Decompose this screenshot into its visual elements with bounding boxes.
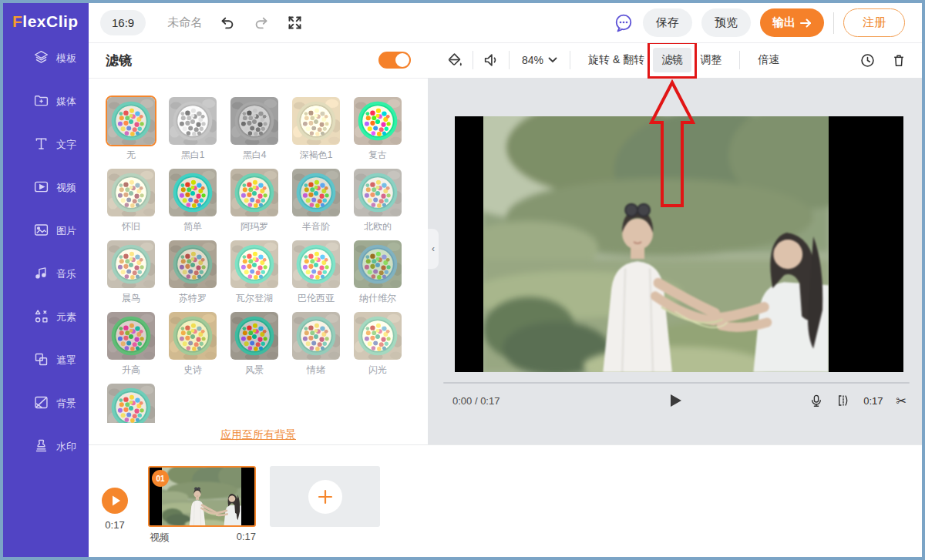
aspect-ratio-button[interactable]: 16:9 bbox=[100, 10, 146, 35]
canvas-area: 84% 旋转 & 翻转 滤镜 调整 倍速 ‹ bbox=[428, 42, 922, 444]
filter-option[interactable]: 黑白1 bbox=[167, 96, 218, 159]
filter-thumbnail bbox=[352, 96, 403, 146]
preview-button[interactable]: 预览 bbox=[701, 8, 751, 37]
filter-option[interactable]: 情绪 bbox=[291, 310, 341, 374]
filter-option[interactable]: 阿玛罗 bbox=[229, 167, 280, 231]
filter-label: 升高 bbox=[106, 364, 156, 374]
filter-option[interactable]: 巴伦西亚 bbox=[291, 239, 341, 303]
clip-index-badge: 01 bbox=[152, 470, 169, 487]
panel-collapse-handle[interactable]: ‹ bbox=[428, 229, 439, 269]
filter-label: 无 bbox=[106, 149, 156, 159]
volume-icon[interactable] bbox=[483, 52, 500, 69]
sidebar-item-text[interactable]: 文字 bbox=[3, 123, 89, 166]
filter-option[interactable]: 纳什维尔 bbox=[352, 239, 403, 303]
filter-option[interactable]: 升高 bbox=[106, 310, 156, 374]
fullscreen-icon[interactable] bbox=[287, 15, 303, 31]
signup-button[interactable]: 注册 bbox=[843, 8, 905, 37]
video-preview-image bbox=[483, 116, 829, 372]
sidebar-item-image[interactable]: 图片 bbox=[3, 210, 89, 253]
sidebar-item-template[interactable]: 模板 bbox=[3, 37, 89, 80]
sidebar-item-label: 文字 bbox=[56, 138, 76, 152]
timeline-clip[interactable]: 01 bbox=[148, 466, 256, 527]
sidebar-item-watermark[interactable]: 水印 bbox=[3, 425, 89, 468]
rotate-flip-button[interactable]: 旋转 & 翻转 bbox=[580, 48, 653, 72]
folder-plus-icon bbox=[33, 92, 49, 111]
filter-option[interactable]: 闪光 bbox=[352, 310, 403, 374]
trim-scissors-icon[interactable]: ✂ bbox=[896, 394, 906, 408]
filter-option[interactable]: 北欧的 bbox=[352, 167, 403, 231]
video-preview-frame[interactable] bbox=[455, 116, 903, 372]
sidebar-item-mask[interactable]: 遮罩 bbox=[3, 339, 89, 382]
timeline-play-button[interactable] bbox=[102, 488, 128, 514]
fill-color-icon[interactable] bbox=[446, 52, 463, 69]
redo-icon[interactable] bbox=[253, 15, 270, 32]
filter-label: 苏特罗 bbox=[167, 292, 218, 303]
filter-label: 史诗 bbox=[167, 364, 218, 374]
filter-option[interactable]: 半音阶 bbox=[291, 167, 341, 231]
duration-clock-icon[interactable] bbox=[859, 52, 876, 69]
sidebar: FlexClip 模板 媒体 文字 视频 图片 音乐 元素 遮罩 背景 水印 bbox=[3, 3, 89, 557]
filter-label: 闪光 bbox=[352, 364, 403, 374]
filter-button[interactable]: 滤镜 bbox=[653, 48, 691, 72]
mask-icon bbox=[33, 351, 49, 370]
filter-list[interactable]: 无 黑 bbox=[89, 79, 428, 423]
seek-bar[interactable] bbox=[443, 382, 910, 384]
sidebar-item-music[interactable]: 音乐 bbox=[3, 253, 89, 296]
filter-thumbnail bbox=[229, 239, 280, 290]
add-clip-button[interactable] bbox=[270, 466, 380, 527]
elements-icon bbox=[33, 308, 49, 327]
save-button[interactable]: 保存 bbox=[643, 8, 692, 37]
filter-option[interactable]: 怀旧 bbox=[106, 167, 156, 231]
filter-option[interactable]: 复古 bbox=[352, 96, 403, 159]
sidebar-item-video[interactable]: 视频 bbox=[3, 166, 89, 210]
split-clip-icon[interactable] bbox=[836, 394, 850, 407]
export-button[interactable]: 输出 bbox=[760, 8, 824, 37]
sidebar-item-background[interactable]: 背景 bbox=[3, 382, 89, 425]
speed-button[interactable]: 倍速 bbox=[749, 48, 788, 72]
filter-option[interactable]: 晨鸟 bbox=[106, 239, 156, 303]
filter-thumbnail bbox=[291, 96, 341, 146]
delete-trash-icon[interactable] bbox=[891, 52, 906, 69]
arrow-right-icon bbox=[800, 18, 812, 28]
feedback-chat-icon[interactable] bbox=[614, 13, 634, 33]
sidebar-item-elements[interactable]: 元素 bbox=[3, 296, 89, 339]
filter-option[interactable]: 苏特罗 bbox=[167, 239, 218, 303]
clip-thumbnail bbox=[162, 468, 241, 525]
filter-label: 怀旧 bbox=[106, 220, 156, 231]
filter-thumbnail bbox=[352, 167, 403, 218]
sidebar-item-label: 音乐 bbox=[56, 267, 76, 281]
sidebar-item-label: 模板 bbox=[56, 52, 76, 65]
filter-option[interactable] bbox=[106, 382, 156, 423]
sidebar-item-media[interactable]: 媒体 bbox=[3, 80, 89, 123]
filter-thumbnail bbox=[167, 96, 218, 146]
filter-option[interactable]: 无 bbox=[106, 96, 156, 159]
play-button[interactable] bbox=[668, 392, 683, 409]
background-icon bbox=[33, 394, 49, 413]
video-icon bbox=[33, 179, 49, 197]
filter-label: 瓦尔登湖 bbox=[229, 292, 280, 303]
filter-option[interactable]: 简单 bbox=[167, 167, 218, 231]
filter-option[interactable]: 黑白4 bbox=[229, 96, 280, 159]
filter-option[interactable]: 史诗 bbox=[167, 310, 218, 374]
zoom-level-dropdown[interactable]: 84% bbox=[519, 54, 560, 66]
filter-option[interactable]: 风景 bbox=[229, 310, 280, 374]
filter-option[interactable]: 瓦尔登湖 bbox=[229, 239, 280, 303]
microphone-icon[interactable] bbox=[809, 393, 823, 409]
filter-thumbnail bbox=[106, 167, 156, 218]
adjust-button[interactable]: 调整 bbox=[691, 48, 730, 72]
filter-thumbnail bbox=[106, 239, 156, 290]
apply-to-all-backgrounds-link[interactable]: 应用至所有背景 bbox=[220, 428, 296, 441]
project-name[interactable]: 未命名 bbox=[167, 15, 202, 30]
filter-thumbnail bbox=[106, 310, 156, 361]
filter-option[interactable]: 深褐色1 bbox=[291, 96, 341, 159]
filter-label: 晨鸟 bbox=[106, 292, 156, 303]
undo-icon[interactable] bbox=[219, 15, 236, 32]
filter-label: 简单 bbox=[167, 220, 218, 231]
filter-label: 黑白4 bbox=[229, 149, 280, 159]
clip-duration-label: 0:17 bbox=[863, 395, 883, 407]
topbar: 16:9 未命名 保存 预览 输出 注册 bbox=[89, 3, 922, 43]
plus-icon bbox=[317, 488, 334, 505]
filters-toggle[interactable] bbox=[378, 52, 411, 69]
filter-thumbnail bbox=[352, 310, 403, 361]
chevron-down-icon bbox=[548, 57, 557, 63]
